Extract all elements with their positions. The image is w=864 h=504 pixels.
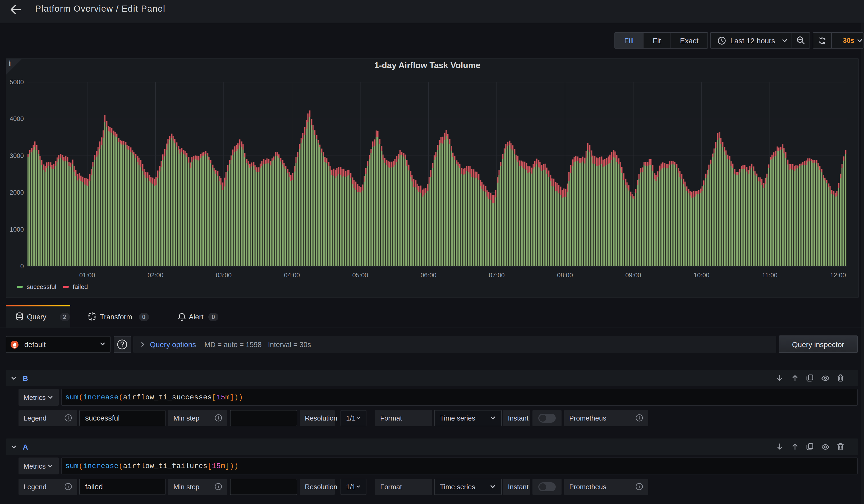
svg-text:06:00: 06:00 [421,271,436,279]
svg-text:12:00: 12:00 [830,271,846,279]
svg-text:02:00: 02:00 [147,271,164,279]
svg-text:05:00: 05:00 [352,271,368,279]
svg-text:07:00: 07:00 [489,271,505,279]
svg-text:08:00: 08:00 [557,271,573,279]
svg-text:1000: 1000 [10,225,24,233]
svg-text:0: 0 [20,262,24,269]
svg-text:01:00: 01:00 [79,271,95,279]
svg-text:04:00: 04:00 [284,271,300,279]
svg-text:2000: 2000 [10,188,24,196]
svg-text:10:00: 10:00 [694,271,709,279]
svg-text:09:00: 09:00 [625,271,641,279]
svg-text:11:00: 11:00 [762,271,777,279]
svg-text:3000: 3000 [10,152,24,159]
svg-text:4000: 4000 [10,115,24,122]
svg-text:03:00: 03:00 [216,271,231,279]
svg-text:5000: 5000 [10,78,24,85]
